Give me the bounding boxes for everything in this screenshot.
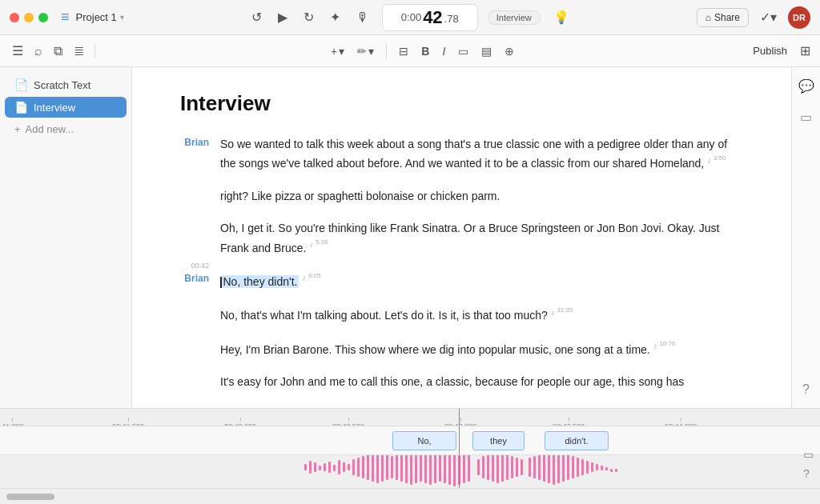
svg-rect-18 [391,456,393,478]
transcript-text-3[interactable]: Oh, I get it. So you're thinking like Fr… [220,219,743,257]
toolbar-separator2 [386,43,387,59]
highlight-button[interactable]: ▤ [477,42,496,60]
svg-rect-17 [386,455,388,480]
plus-icon: + [331,45,337,58]
transcript-text-6[interactable]: Hey, I'm Brian Barone. This show where w… [220,339,743,358]
publish-button[interactable]: Publish [746,42,794,60]
pen-icon: ✏ [357,45,367,58]
svg-rect-48 [543,455,545,482]
titlebar: ≡ Project 1 ▾ ↺ ▶ ↻ ✦ 🎙 0:00 42 .78 Inte… [0,0,820,35]
comment-icon[interactable]: 💬 [795,75,818,97]
sidebar: 📄 Scratch Text 📄 Interview + Add new... [0,67,132,408]
sidebar-item-interview[interactable]: 📄 Interview [5,97,127,118]
record-button[interactable]: 🎙 [353,7,372,28]
play-button[interactable]: ▶ [275,6,291,28]
word-didnt-label: didn't. [565,436,588,446]
house-icon: ⌂ [705,12,711,23]
list-icon[interactable]: ≣ [71,41,86,61]
help-icon2[interactable]: ? [803,467,814,480]
ruler-mark-2: 00:41.500 [112,418,144,427]
fullscreen-button[interactable] [38,13,48,22]
minimize-button[interactable] [24,13,34,22]
playhead-ruler[interactable] [459,409,460,426]
highlight-icon: ▤ [481,45,492,58]
playhead-audio[interactable] [459,455,460,488]
transcript-text-4[interactable]: No, they didn't. ♪ 6:05 [220,271,743,290]
box-icon: ▭ [458,45,468,58]
editor-area[interactable]: Interview Brian So we wanted to talk thi… [132,67,791,408]
insert2-button[interactable]: ⊕ [500,42,518,60]
ruler-line [12,418,13,422]
pen-button[interactable]: ✏ ▾ [353,42,378,60]
share-button[interactable]: ⌂ Share [697,8,749,27]
ruler-line7 [681,418,681,422]
italic-button[interactable]: I [438,42,449,60]
ruler-line5 [460,418,461,422]
transcript-block-3: Oh, I get it. So you're thinking like Fr… [180,219,743,257]
time-decimal: .78 [444,13,459,25]
ruler-line3 [240,418,241,422]
help-icon[interactable]: ? [799,379,813,400]
lightbulb-button[interactable]: 💡 [550,6,573,28]
undo-button[interactable]: ↺ [248,6,265,28]
toolbar-center: + ▾ ✏ ▾ ⊟ B I ▭ ▤ ⊕ [103,42,742,60]
word-they-label: they [490,436,507,446]
svg-rect-50 [553,455,555,485]
project-title[interactable]: Project 1 ▾ [76,11,124,23]
word-block-didnt[interactable]: didn't. [545,431,609,450]
svg-rect-52 [562,455,565,482]
close-button[interactable] [10,13,19,22]
ruler-line6 [569,418,569,422]
svg-rect-20 [400,455,403,482]
word-block-they[interactable]: they [472,431,525,450]
search-icon[interactable]: ⌕ [32,42,45,61]
add-new-item[interactable]: + Add new... [5,119,127,139]
check-dropdown-button[interactable]: ✓▾ [757,6,780,28]
svg-rect-11 [357,458,360,477]
insert-button[interactable]: + ▾ [327,42,348,60]
word-block-no[interactable]: No, [392,431,456,450]
hamburger-icon[interactable]: ☰ [10,41,26,61]
settings-icon[interactable]: ⊞ [800,43,810,58]
transcript-text-7[interactable]: It's easy for John and me to call this o… [220,373,743,390]
svg-rect-31 [453,455,456,486]
no-speaker-2 [180,187,220,205]
copy-icon[interactable]: ⧉ [51,42,65,61]
monitor-icon[interactable]: ▭ [797,106,815,128]
transcript-text-1[interactable]: So we wanted to talk this week about a s… [220,135,743,173]
avatar: DR [788,6,810,29]
timeline-area: 41.000 00:41.500 00:42.000 00:42.500 00:… [0,408,820,504]
scrollbar-thumb[interactable] [6,494,54,500]
sidebar-item-scratch[interactable]: 📄 Scratch Text [5,74,127,95]
svg-rect-0 [304,464,307,470]
plus-icon2: + [14,123,21,135]
svg-rect-49 [548,455,550,483]
transcript-text-2[interactable]: right? Like pizza or spaghetti bolonaise… [220,187,743,205]
transcript-block-7: It's easy for John and me to call this o… [180,373,743,390]
svg-rect-40 [501,455,504,482]
document-icon2: 📄 [14,101,27,114]
expand-icon[interactable]: ▭ [803,448,814,461]
effects-button[interactable]: ✦ [327,6,344,28]
waveform-svg [0,455,801,488]
playhead-words[interactable] [459,426,460,454]
ruler-mark-1: 41.000 [2,418,24,427]
redo-button[interactable]: ↻ [300,6,317,28]
document-icon: 📄 [14,78,27,91]
svg-rect-13 [367,455,369,480]
transcript-block-4: 00:42 Brian No, they didn't. ♪ 6:05 [180,271,743,290]
something-button[interactable]: ⊟ [395,42,412,60]
svg-rect-45 [529,458,531,477]
share-label: Share [714,12,740,23]
bold-button[interactable]: B [417,42,433,60]
titlebar-right: ⌂ Share ✓▾ DR [697,6,810,29]
highlighted-no: No, they didn't. [222,275,299,288]
transcript-text-5[interactable]: No, that's what I'm talking about. Let's… [220,305,743,324]
svg-rect-7 [338,460,340,474]
insert2-icon: ⊕ [504,45,514,58]
svg-rect-25 [424,455,427,483]
project-chevron-icon: ▾ [120,13,124,22]
right-panel: 💬 ▭ ? [791,67,820,408]
music-note-5: ♪ 10:76 [653,342,676,350]
box-button[interactable]: ▭ [454,42,472,60]
